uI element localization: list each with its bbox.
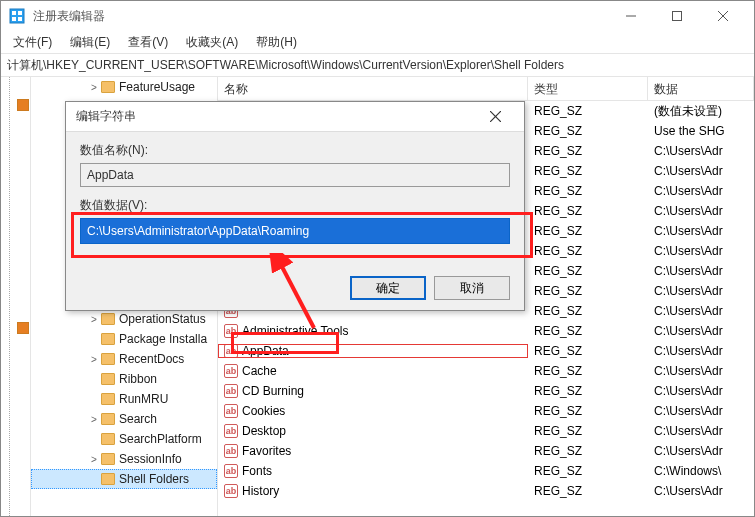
expand-icon[interactable]: >	[89, 354, 99, 365]
list-item[interactable]: abFavoritesREG_SZC:\Users\Adr	[218, 441, 754, 461]
value-type: REG_SZ	[528, 224, 648, 238]
tree-item-label: Shell Folders	[119, 472, 189, 486]
string-value-icon: ab	[224, 364, 238, 378]
string-value-icon: ab	[224, 484, 238, 498]
value-data: C:\Users\Adr	[648, 404, 754, 418]
folder-icon	[101, 413, 115, 425]
value-type: REG_SZ	[528, 164, 648, 178]
list-item[interactable]: abHistoryREG_SZC:\Users\Adr	[218, 481, 754, 501]
value-type: REG_SZ	[528, 464, 648, 478]
svg-rect-4	[18, 17, 22, 21]
list-item[interactable]: abCookiesREG_SZC:\Users\Adr	[218, 401, 754, 421]
menu-help[interactable]: 帮助(H)	[250, 32, 303, 53]
value-type: REG_SZ	[528, 344, 648, 358]
list-item[interactable]: abCacheREG_SZC:\Users\Adr	[218, 361, 754, 381]
value-name: Fonts	[242, 464, 272, 478]
value-data: C:\Users\Adr	[648, 164, 754, 178]
tree-item-label: SearchPlatform	[119, 432, 202, 446]
menu-favorites[interactable]: 收藏夹(A)	[180, 32, 244, 53]
titlebar: 注册表编辑器	[1, 1, 754, 31]
tree-item[interactable]: >OperationStatus	[31, 309, 217, 329]
col-type-header[interactable]: 类型	[528, 77, 648, 100]
minimize-button[interactable]	[608, 2, 654, 30]
expand-icon[interactable]: >	[89, 82, 99, 93]
svg-rect-6	[673, 12, 682, 21]
menu-edit[interactable]: 编辑(E)	[64, 32, 116, 53]
string-value-icon: ab	[224, 444, 238, 458]
string-value-icon: ab	[224, 464, 238, 478]
expand-icon[interactable]: >	[89, 414, 99, 425]
tree-item[interactable]: Ribbon	[31, 369, 217, 389]
value-type: REG_SZ	[528, 304, 648, 318]
string-value-icon: ab	[224, 424, 238, 438]
list-item[interactable]: abDesktopREG_SZC:\Users\Adr	[218, 421, 754, 441]
dialog-close-button[interactable]	[476, 104, 514, 130]
value-name-label: 数值名称(N):	[80, 142, 510, 159]
close-button[interactable]	[700, 2, 746, 30]
string-value-icon: ab	[224, 344, 238, 358]
value-data-field[interactable]	[80, 218, 510, 244]
tree-item-label: FeatureUsage	[119, 80, 195, 94]
value-name: AppData	[242, 344, 289, 358]
menu-file[interactable]: 文件(F)	[7, 32, 58, 53]
list-item[interactable]: abCD BurningREG_SZC:\Users\Adr	[218, 381, 754, 401]
folder-icon	[101, 333, 115, 345]
tree-item[interactable]: >FeatureUsage	[31, 77, 217, 97]
expand-icon[interactable]: >	[89, 454, 99, 465]
col-name-header[interactable]: 名称	[218, 77, 528, 100]
col-data-header[interactable]: 数据	[648, 77, 754, 100]
value-data: C:\Users\Adr	[648, 284, 754, 298]
value-data: C:\Users\Adr	[648, 204, 754, 218]
address-bar[interactable]: 计算机\HKEY_CURRENT_USER\SOFTWARE\Microsoft…	[1, 53, 754, 77]
tree-item[interactable]: RunMRU	[31, 389, 217, 409]
tree-item-label: Package Installa	[119, 332, 207, 346]
value-type: REG_SZ	[528, 144, 648, 158]
value-name: Cache	[242, 364, 277, 378]
value-data: C:\Users\Adr	[648, 484, 754, 498]
value-name: Favorites	[242, 444, 291, 458]
list-item[interactable]: abAdministrative ToolsREG_SZC:\Users\Adr	[218, 321, 754, 341]
tree-item[interactable]: >RecentDocs	[31, 349, 217, 369]
value-type: REG_SZ	[528, 104, 648, 118]
value-data: C:\Users\Adr	[648, 304, 754, 318]
value-type: REG_SZ	[528, 264, 648, 278]
string-value-icon: ab	[224, 404, 238, 418]
value-data: C:\Windows\	[648, 464, 754, 478]
tree-item[interactable]: Shell Folders	[31, 469, 217, 489]
tree-item[interactable]: >Search	[31, 409, 217, 429]
cancel-button[interactable]: 取消	[434, 276, 510, 300]
value-type: REG_SZ	[528, 444, 648, 458]
expand-icon[interactable]: >	[89, 314, 99, 325]
folder-icon	[101, 313, 115, 325]
list-item[interactable]: abAppDataREG_SZC:\Users\Adr	[218, 341, 754, 361]
value-data: C:\Users\Adr	[648, 424, 754, 438]
value-type: REG_SZ	[528, 324, 648, 338]
value-data: C:\Users\Adr	[648, 224, 754, 238]
menubar: 文件(F) 编辑(E) 查看(V) 收藏夹(A) 帮助(H)	[1, 31, 754, 53]
value-type: REG_SZ	[528, 204, 648, 218]
tree-item[interactable]: SearchPlatform	[31, 429, 217, 449]
value-data: C:\Users\Adr	[648, 264, 754, 278]
value-data: (数值未设置)	[648, 103, 754, 120]
folder-icon	[101, 393, 115, 405]
value-data: C:\Users\Adr	[648, 444, 754, 458]
edit-string-dialog: 编辑字符串 数值名称(N): 数值数据(V): 确定 取消	[65, 101, 525, 311]
value-type: REG_SZ	[528, 184, 648, 198]
menu-view[interactable]: 查看(V)	[122, 32, 174, 53]
ok-button[interactable]: 确定	[350, 276, 426, 300]
list-item[interactable]: abFontsREG_SZC:\Windows\	[218, 461, 754, 481]
value-type: REG_SZ	[528, 284, 648, 298]
value-name: CD Burning	[242, 384, 304, 398]
folder-icon	[101, 433, 115, 445]
value-data: C:\Users\Adr	[648, 384, 754, 398]
tree-item[interactable]: >SessionInfo	[31, 449, 217, 469]
value-type: REG_SZ	[528, 484, 648, 498]
tree-gutter	[1, 77, 31, 516]
svg-rect-2	[18, 11, 22, 15]
tree-item[interactable]: Package Installa	[31, 329, 217, 349]
tree-item-label: Ribbon	[119, 372, 157, 386]
folder-icon	[101, 81, 115, 93]
tree-item-label: OperationStatus	[119, 312, 206, 326]
maximize-button[interactable]	[654, 2, 700, 30]
svg-rect-3	[12, 17, 16, 21]
